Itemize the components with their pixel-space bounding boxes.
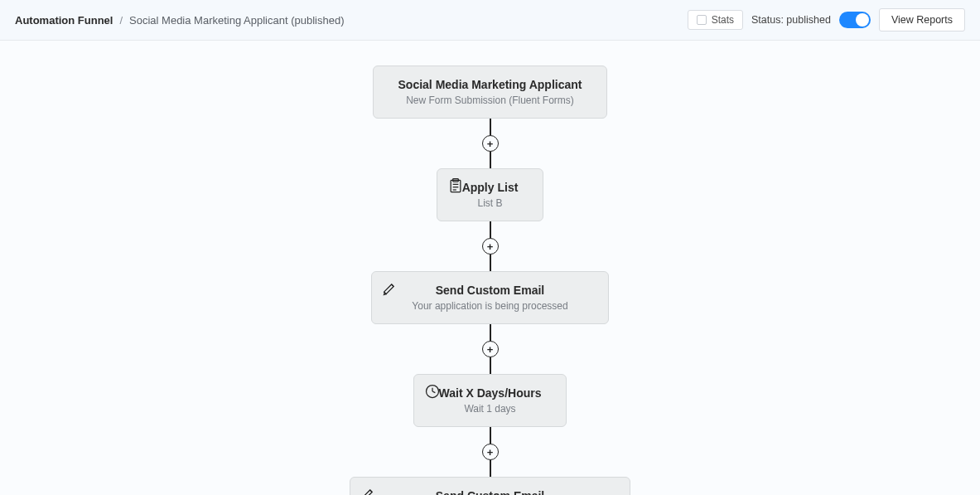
add-step-button[interactable]: + xyxy=(482,238,499,255)
connector: + xyxy=(482,427,499,477)
stats-checkbox[interactable] xyxy=(697,15,707,25)
connector: + xyxy=(482,221,499,271)
stats-label: Stats xyxy=(712,14,734,26)
breadcrumb-separator: / xyxy=(119,14,123,27)
connector-line xyxy=(490,255,491,271)
step-send-email-1[interactable]: Send Custom Email Your application is be… xyxy=(371,271,608,324)
step-title: Send Custom Email xyxy=(412,284,567,297)
connector-line xyxy=(490,221,491,238)
connector-line xyxy=(490,357,491,374)
step-subtitle: List B xyxy=(462,197,519,209)
add-step-button[interactable]: + xyxy=(482,135,499,152)
clipboard-icon xyxy=(447,177,464,197)
header-actions: Stats Status: published View Reports xyxy=(688,8,965,32)
add-step-button[interactable]: + xyxy=(482,341,499,357)
svg-line-7 xyxy=(432,391,435,393)
step-send-email-2[interactable]: Send Custom Email Why don't you learn fr… xyxy=(350,477,630,495)
trigger-node[interactable]: Social Media Marketing Applicant New For… xyxy=(373,66,608,119)
step-title: Apply List xyxy=(462,181,519,194)
connector-line xyxy=(490,460,491,477)
breadcrumb-root[interactable]: Automation Funnel xyxy=(15,14,113,27)
funnel-canvas[interactable]: Social Media Marketing Applicant New For… xyxy=(0,41,980,495)
step-apply-list[interactable]: Apply List List B xyxy=(437,168,544,221)
step-title: Send Custom Email xyxy=(390,489,589,495)
toggle-knob xyxy=(856,13,869,27)
step-wait[interactable]: Wait X Days/Hours Wait 1 days xyxy=(413,374,567,427)
connector-line xyxy=(490,152,491,168)
step-title: Wait X Days/Hours xyxy=(439,386,542,400)
connector-line xyxy=(490,324,491,341)
trigger-title: Social Media Marketing Applicant xyxy=(398,78,582,91)
breadcrumb: Automation Funnel / Social Media Marketi… xyxy=(15,14,344,27)
step-subtitle: Your application is being processed xyxy=(412,300,567,312)
view-reports-button[interactable]: View Reports xyxy=(879,8,965,32)
trigger-subtitle: New Form Submission (Fluent Forms) xyxy=(398,95,582,106)
step-subtitle: Wait 1 days xyxy=(439,403,542,415)
stats-toggle-box[interactable]: Stats xyxy=(688,10,743,30)
clock-icon xyxy=(424,383,441,402)
connector: + xyxy=(482,324,499,374)
connector: + xyxy=(482,119,499,168)
header: Automation Funnel / Social Media Marketi… xyxy=(0,0,980,41)
status-label: Status: published xyxy=(751,14,831,26)
breadcrumb-current: Social Media Marketing Applicant (publis… xyxy=(129,14,344,27)
connector-line xyxy=(490,427,491,444)
pen-icon xyxy=(360,486,377,495)
status-toggle[interactable] xyxy=(839,12,871,28)
connector-line xyxy=(490,119,491,135)
pen-icon xyxy=(382,280,398,299)
add-step-button[interactable]: + xyxy=(482,444,499,460)
